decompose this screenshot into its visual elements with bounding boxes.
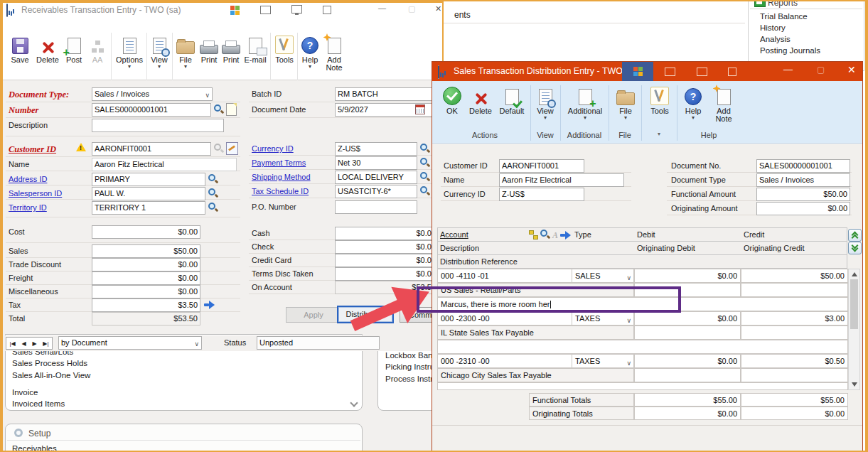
salesperson-id-input[interactable]: PAUL W. [92,187,205,200]
list-item-picking-instructions[interactable]: Picking Instruc [385,362,439,371]
type-select[interactable]: TAXES ∨ [572,354,634,368]
reports-item-posting-journals[interactable]: Posting Journals [760,46,820,55]
payment-terms-lookup-icon[interactable] [419,157,430,168]
expand-rows-button[interactable] [848,242,862,254]
account-header-link[interactable]: Account [440,230,468,239]
currency-id-input[interactable]: Z-US$ [335,142,417,156]
tax-schedule-lookup-icon[interactable] [419,185,430,196]
account-cell[interactable]: 000 -4110 -01 [437,269,572,283]
help-button[interactable]: ? Help▾ [299,34,321,70]
screen-tool-icon[interactable] [697,68,707,76]
record-navigator[interactable]: |◀◀▶▶| [6,337,53,350]
originating-credit-cell[interactable] [741,368,848,382]
tools-button[interactable]: Tools [645,85,674,115]
salesperson-lookup-icon[interactable] [208,188,218,198]
originating-credit-cell[interactable] [741,283,848,297]
print-button[interactable]: Print [198,34,220,64]
first-record-icon[interactable]: |◀ [9,340,15,347]
maximize-button[interactable]: ▢ [408,4,415,14]
ok-button[interactable]: OK [439,85,465,115]
freight-field[interactable]: $0.00 [92,271,200,285]
delete-button[interactable]: Delete [466,85,495,115]
customer-edit-icon[interactable] [226,142,238,155]
tax-schedule-label[interactable]: Tax Schedule ID [252,187,309,195]
options-button[interactable]: Options▾ [114,34,145,70]
originating-debit-cell[interactable] [634,325,741,340]
territory-id-label[interactable]: Territory ID [9,203,47,212]
sales-field[interactable]: $50.00 [92,244,200,258]
previous-record-icon[interactable]: ◀ [21,340,26,347]
credit-cell[interactable]: $3.00 [741,311,848,325]
reports-item-history[interactable]: History [760,23,786,32]
list-item-invoice[interactable]: Invoice [12,388,38,397]
number-input[interactable]: SALES00000001001 [92,103,211,117]
description-cell[interactable]: IL State Sales Tax Payable [437,325,634,340]
list-item-invoiced-items[interactable]: Invoiced Items [12,399,65,408]
po-number-input[interactable] [335,200,417,214]
email-button[interactable]: E-mail [242,34,269,64]
collapse-rows-button[interactable] [848,229,862,242]
post-button[interactable]: Post [63,34,85,64]
file-button[interactable]: File▾ [613,85,638,121]
save-button[interactable]: Save [7,34,33,64]
calendar-icon[interactable] [415,104,425,114]
check-field[interactable]: $0.00 [335,240,439,254]
currency-id-label[interactable]: Currency ID [252,144,294,153]
shipping-method-input[interactable]: LOCAL DELIVERY [335,171,417,184]
debit-cell[interactable]: $0.00 [634,354,741,368]
address-id-label[interactable]: Address ID [9,175,47,183]
credit-card-field[interactable]: $0.00 [335,254,439,267]
debit-cell[interactable]: $0.00 [634,269,741,283]
debit-cell[interactable]: $0.00 [634,311,741,325]
cash-field[interactable]: $0.00 [335,227,439,240]
scroll-down-icon[interactable] [852,382,857,387]
credit-cell[interactable]: $50.00 [741,269,848,283]
shipping-lookup-icon[interactable] [419,171,430,182]
file-button[interactable]: File▾ [175,34,196,70]
pin-window-icon[interactable] [728,68,736,76]
last-record-icon[interactable]: ▶| [43,340,48,347]
screenshot-tool-tab[interactable] [622,62,653,81]
territory-lookup-icon[interactable] [208,202,218,212]
toolbar-group-dropdown-icon[interactable]: ▾ [641,131,677,137]
scroll-down-icon[interactable] [350,399,358,407]
browse-mode-select[interactable]: by Document ∨ [58,336,202,350]
minimize-button[interactable]: — [783,64,793,75]
grid-scrollbar[interactable] [848,269,860,390]
list-item-sales-process-holds[interactable]: Sales Process Holds [12,359,87,367]
reports-item-analysis[interactable]: Analysis [760,35,791,43]
type-select[interactable]: SALES ∨ [572,269,634,283]
distribution-reference-cell[interactable] [437,382,848,390]
name-field[interactable]: Aaron Fitz Electrical [92,158,237,171]
screen-tool-icon[interactable] [291,5,302,14]
notes-tool-icon[interactable] [260,6,271,14]
scroll-up-icon[interactable] [852,272,857,276]
cost-field[interactable]: $0.00 [92,225,200,239]
window-colors-icon[interactable] [230,6,240,15]
tax-schedule-input[interactable]: USASTCITY-6* [335,185,417,198]
add-note-button[interactable]: Add Note [709,85,738,123]
description-cell[interactable]: Chicago City Sales Tax Payable [437,368,634,382]
trade-discount-field[interactable]: $0.00 [92,258,200,271]
credit-cell[interactable]: $0.50 [741,354,848,368]
close-button[interactable]: ✕ [847,64,856,75]
minimize-button[interactable]: — [378,4,386,12]
type-select[interactable]: TAXES ∨ [572,311,634,325]
distribution-reference-cell[interactable] [437,340,848,354]
default-button[interactable]: Default [496,85,527,115]
list-item-sales-all-in-one[interactable]: Sales All-in-One View [12,371,90,380]
currency-lookup-icon[interactable] [419,143,430,154]
miscellaneous-field[interactable]: $0.00 [92,285,200,298]
setup-item-receivables[interactable]: Receivables [12,444,57,452]
scrollbar-thumb[interactable] [850,279,858,329]
list-item-lockbox-bank[interactable]: Lockbox Bank [385,351,436,360]
address-lookup-icon[interactable] [208,173,218,184]
shipping-method-label[interactable]: Shipping Method [252,173,311,181]
account-cell[interactable]: 000 -2300 -00 [437,311,572,325]
description-input[interactable] [92,119,224,132]
print-button-2[interactable]: Print [220,34,242,64]
customer-id-input[interactable]: AARONFIT0001 [92,142,211,156]
pin-window-icon[interactable] [323,6,331,14]
next-record-icon[interactable]: ▶ [32,340,36,347]
account-hierarchy-icon[interactable] [529,230,538,240]
